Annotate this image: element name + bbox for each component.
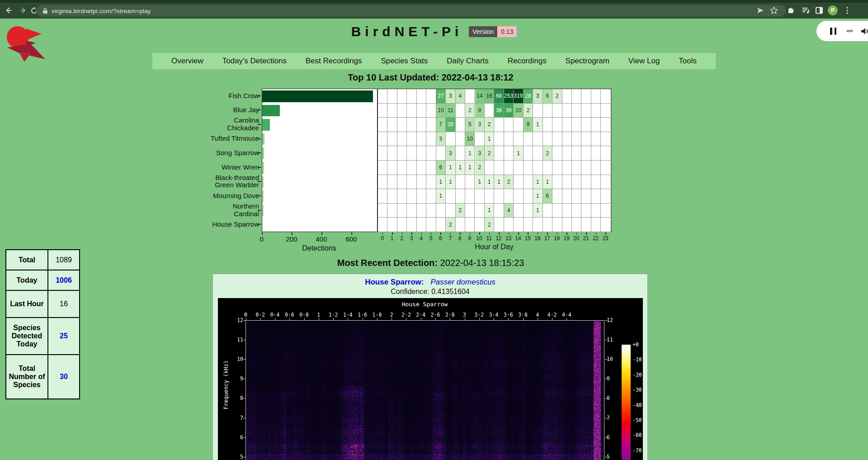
freq-tick [605,320,608,321]
heatmap-cell [397,204,407,218]
heatmap-cell [378,118,387,132]
hour-tick [431,232,432,235]
time-tick [450,318,450,320]
heatmap-cell [417,175,426,190]
nav-item-best-recordings[interactable]: Best Recordings [306,57,362,66]
heatmap-cell: 2 [456,204,465,218]
hour-tick-label: 18 [552,235,562,242]
heatmap-cell [397,218,407,232]
freq-tick-label: 7 [231,415,243,421]
profile-initial: P [828,5,838,15]
detection-species-line[interactable]: House Sparrow: Passer domesticus [213,278,647,287]
heatmap-cell: 6 [436,161,446,175]
nav-item-view-log[interactable]: View Log [628,57,660,66]
nav-item-daily-charts[interactable]: Daily Charts [447,57,489,66]
heatmap-cell: 1 [533,175,542,190]
nav-item-spectrogram[interactable]: Spectrogram [566,57,609,66]
time-tick-label: 0·4 [267,312,283,318]
y-tick [258,224,261,225]
heatmap-cell [552,204,562,218]
heatmap-cell [426,175,436,190]
heatmap-cell [581,146,591,161]
heatmap-cell: 1 [465,146,475,161]
stats-value-link[interactable]: 1006 [56,276,72,284]
freq-tick-label: 11 [607,337,619,343]
heatmap-cell: 4 [504,204,514,218]
x-tick [321,232,322,235]
send-icon[interactable] [755,5,766,16]
stats-value[interactable]: 30 [48,355,80,399]
forward-button[interactable] [17,5,29,16]
heatmap-cell [601,118,610,132]
hour-tick-label: 11 [484,235,495,242]
hour-tick [460,232,461,235]
profile-avatar[interactable]: P [827,5,839,16]
heatmap-cell [397,104,407,118]
heatmap-cell: 2 [446,218,455,232]
url-bar[interactable]: virginia.birdnetpi.com/?stream=play [36,5,786,17]
heatmap-cell [572,132,581,147]
playlist-icon[interactable] [800,5,811,16]
heatmap-cell [504,132,514,147]
heatmap-cell: 1 [494,175,504,190]
bookmark-star-icon[interactable] [768,5,780,16]
heatmap-cell [407,118,416,132]
hour-tick [528,232,528,235]
heatmap-cell [533,104,542,118]
time-tick-label: 2·8 [442,312,458,318]
heatmap-cell: 3 [446,89,455,104]
freq-tick-label: 8 [231,395,243,401]
nav-item-recordings[interactable]: Recordings [508,57,547,66]
heatmap-cell [581,118,591,132]
time-tick [552,318,552,320]
nav-item-species-stats[interactable]: Species Stats [381,57,428,66]
detection-scientific-name: Passer domesticus [430,278,495,286]
menu-icon[interactable] [841,5,853,16]
heatmap-cell [524,175,533,190]
heatmap-cell [426,146,436,161]
heatmap-cell [446,132,455,147]
heatmap-cell [387,104,397,118]
audio-player[interactable] [816,21,868,41]
extensions-icon[interactable] [785,5,797,16]
recent-detection-label: Most Recent Detection: [337,258,438,268]
heatmap-cell [387,132,397,147]
nav-item-overview[interactable]: Overview [171,57,203,66]
colorbar-tick-label: -60 [632,432,648,438]
time-tick-label: 3·2 [472,312,487,318]
nav-item-today-s-detections[interactable]: Today's Detections [222,57,287,66]
heatmap-cell [591,118,601,132]
hour-tick-label: 16 [532,235,543,242]
volume-icon[interactable] [860,27,868,35]
sidebar-icon[interactable] [813,5,825,16]
stats-value[interactable]: 25 [48,318,80,355]
heatmap-cell [562,104,572,118]
detection-confidence-line: Confidence: 0.41351604 [213,288,647,296]
freq-tick-label: 9 [231,375,243,382]
heatmap-cell [533,218,542,232]
time-tick-label: 4·4 [559,312,574,318]
time-tick [465,318,465,320]
heatmap-cell [387,146,397,161]
species-label: Tufted Titmouse [127,132,259,146]
heatmap-cell [562,161,572,175]
recent-detection-value: 2022-04-13 18:15:23 [440,258,524,268]
seek-slider[interactable] [846,30,853,32]
hour-tick [470,232,471,235]
pause-button[interactable] [830,28,836,35]
stats-value-link[interactable]: 25 [60,332,68,340]
back-button[interactable] [3,5,14,16]
x-tick [262,232,263,235]
time-tick-label: 2·6 [428,312,443,318]
detection-common-name[interactable]: House Sparrow: [365,278,424,286]
heatmap-cell [378,104,387,118]
heatmap-cell [456,132,465,147]
nav-item-tools[interactable]: Tools [679,57,697,66]
freq-tick-label: 5 [231,454,243,460]
stats-value[interactable]: 1006 [48,270,80,290]
heatmap-cell: 39 [504,104,514,118]
time-tick [333,318,334,320]
freq-tick-label: 5 [607,454,619,460]
stats-value-link[interactable]: 30 [60,373,68,380]
heatmap-cell [465,175,475,190]
